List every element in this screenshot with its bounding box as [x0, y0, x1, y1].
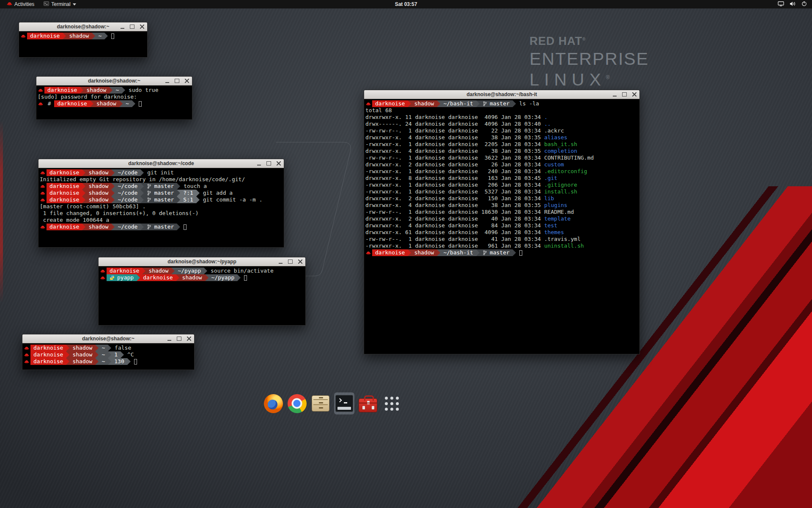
prompt-segment-path: ~ [95, 33, 104, 39]
segment-separator [171, 268, 175, 274]
terminal-text: drwxrwxr-x. 8 darknoise darknoise 163 Ja… [365, 175, 544, 182]
segment-separator [95, 345, 99, 351]
volume-icon[interactable] [790, 1, 796, 8]
redhat-icon [20, 33, 27, 39]
close-button[interactable] [184, 79, 189, 83]
close-button[interactable] [298, 260, 302, 264]
prompt-segment-host: shadow [85, 183, 111, 190]
window-titlebar[interactable]: darknoise@shadow:~ [22, 334, 194, 343]
prompt-segment-path: ~/code [115, 196, 140, 203]
terminal-window-pyapp[interactable]: darknoise@shadow:~/pyapp darknoiseshadow… [98, 257, 306, 326]
segment-separator [196, 196, 200, 203]
minimize-button[interactable] [278, 260, 283, 264]
terminal-text: install.sh [544, 188, 577, 195]
maximize-button[interactable] [177, 337, 181, 341]
clock[interactable]: Sat 03:57 [0, 1, 812, 7]
maximize-button[interactable] [622, 92, 627, 97]
close-button[interactable] [187, 337, 191, 341]
prompt-segment-host: shadow [85, 224, 111, 230]
minimize-button[interactable] [165, 79, 170, 83]
terminal-content[interactable]: darknoiseshadow~/code git initInitialize… [38, 168, 284, 232]
dock-item-firefox[interactable] [263, 392, 283, 414]
terminal-line: darknoiseshadow~/codemaster touch a [40, 183, 283, 190]
terminal-window-sudo[interactable]: darknoise@shadow:~ darknoiseshadow~ sudo… [36, 76, 192, 120]
window-titlebar[interactable]: darknoise@shadow:~ [19, 22, 147, 31]
display-icon[interactable] [778, 1, 784, 8]
dock-item-terminal[interactable] [334, 392, 354, 414]
close-button[interactable] [276, 161, 281, 166]
prompt-segment-git: master [144, 196, 177, 203]
terminal-line: drwx------. 24 darknoise darknoise 4096 … [365, 121, 638, 127]
prompt-segment-path: ~/code [115, 183, 140, 190]
dock-item-files[interactable] [310, 392, 331, 414]
terminal-line: -rw-rw-r--. 1 darknoise darknoise 3622 J… [365, 155, 638, 161]
terminal-cursor [134, 359, 137, 364]
minimize-button[interactable] [257, 161, 261, 166]
activities-button[interactable]: Activities [3, 0, 38, 8]
terminal-window-bash-it[interactable]: darknoise@shadow:~/bash-it darknoiseshad… [364, 90, 640, 354]
wallpaper-red-sliver [0, 121, 3, 303]
terminal-line: drwxrwxr-x. 2 darknoise darknoise 150 Ja… [365, 195, 638, 202]
terminal-line: -rw-rw-r--. 1 darknoise darknoise 41 Jan… [365, 236, 638, 243]
segment-separator [177, 190, 180, 196]
prompt-segment-git: master [480, 249, 513, 256]
prompt-segment-user: darknoise [47, 190, 82, 196]
terminal-text: drwxrwxr-x. 4 darknoise darknoise 84 Jan… [365, 222, 544, 229]
terminal-text: Initialized empty Git repository in /hom… [40, 176, 245, 183]
minimize-button[interactable] [612, 92, 617, 97]
terminal-window-home-2[interactable]: darknoise@shadow:~ darknoiseshadow~ fals… [22, 334, 195, 370]
maximize-button[interactable] [288, 260, 293, 264]
terminal-content[interactable]: darknoiseshadow~/pyapp source bin/activa… [99, 266, 305, 282]
segment-separator [205, 274, 208, 281]
terminal-line: darknoiseshadow~ false [24, 345, 193, 351]
window-titlebar[interactable]: darknoise@shadow:~/code [38, 159, 284, 168]
terminal-text: false [111, 345, 131, 351]
window-titlebar[interactable]: darknoise@shadow:~/bash-it [364, 90, 639, 99]
maximize-button[interactable] [266, 161, 271, 166]
segment-separator [111, 190, 115, 196]
prompt-segment-gitstat: ?:1 [180, 190, 196, 196]
dock-item-app-grid[interactable] [381, 392, 402, 414]
segment-separator [111, 183, 115, 190]
segment-separator [82, 196, 85, 203]
terminal-content[interactable]: darknoiseshadow~/bash-itmaster ls -latot… [364, 99, 639, 257]
prompt-segment-user: darknoise [372, 100, 408, 107]
python-icon [110, 276, 115, 280]
segment-separator [80, 87, 83, 94]
dock-item-chrome[interactable] [287, 392, 307, 414]
close-button[interactable] [140, 25, 144, 29]
window-titlebar[interactable]: darknoise@shadow:~/pyapp [99, 257, 305, 266]
prompt-segment-host: shadow [69, 351, 95, 358]
minimize-button[interactable] [120, 25, 125, 29]
terminal-content[interactable]: darknoiseshadow~ [19, 31, 147, 41]
terminal-icon [335, 395, 353, 412]
registered-mark: ® [606, 75, 610, 80]
terminal-line: drwxrwxr-x. 2 darknoise darknoise 40 Jan… [365, 215, 638, 222]
power-icon[interactable] [801, 1, 807, 8]
terminal-line: Initialized empty Git repository in /hom… [40, 176, 283, 183]
app-menu-terminal[interactable]: Terminal [40, 0, 79, 8]
terminal-line: darknoiseshadow~130 [24, 358, 193, 365]
close-button[interactable] [632, 92, 636, 97]
terminal-content[interactable]: darknoiseshadow~ falsedarknoiseshadow~1 … [22, 343, 194, 366]
terminal-text: 1 file changed, 0 insertions(+), 0 delet… [40, 210, 199, 217]
chevron-down-icon [73, 3, 76, 6]
branch-icon [483, 101, 488, 106]
dock-item-toolbox[interactable] [358, 392, 378, 414]
terminal-window-code[interactable]: darknoise@shadow:~/code darknoiseshadow~… [38, 159, 284, 248]
maximize-button[interactable] [175, 79, 179, 83]
window-titlebar[interactable]: darknoise@shadow:~ [36, 77, 192, 86]
segment-separator [176, 274, 179, 281]
terminal-window-home-1[interactable]: darknoise@shadow:~ darknoiseshadow~ [19, 22, 148, 58]
segment-separator [82, 183, 85, 190]
prompt-segment-venv: pyapp [107, 274, 137, 281]
segment-separator [95, 351, 99, 358]
segment-separator [408, 249, 411, 256]
terminal-content[interactable]: darknoiseshadow~ sudo true[sudo] passwor… [36, 86, 192, 108]
terminal-line: total 68 [365, 107, 638, 114]
file-manager-icon [312, 395, 329, 411]
maximize-button[interactable] [130, 25, 134, 29]
minimize-button[interactable] [167, 337, 172, 341]
terminal-text: lib [544, 195, 554, 202]
terminal-text: create mode 100644 a [40, 217, 109, 224]
